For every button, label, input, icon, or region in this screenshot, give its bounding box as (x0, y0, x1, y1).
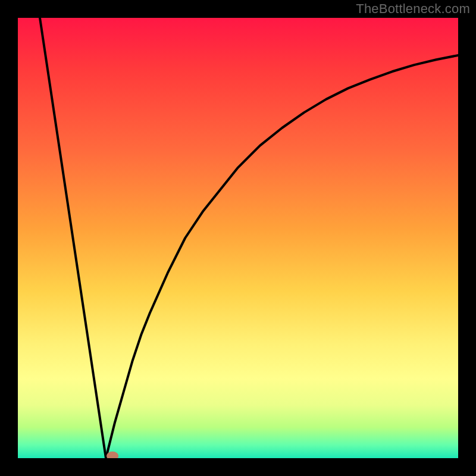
watermark-text: TheBottleneck.com (356, 1, 470, 17)
curve-left-branch (40, 18, 106, 458)
curve-group (40, 18, 458, 458)
curve-right-branch (106, 55, 458, 458)
chart-container: TheBottleneck.com (0, 0, 476, 476)
plot-area (18, 18, 458, 458)
curve-svg (18, 18, 458, 458)
